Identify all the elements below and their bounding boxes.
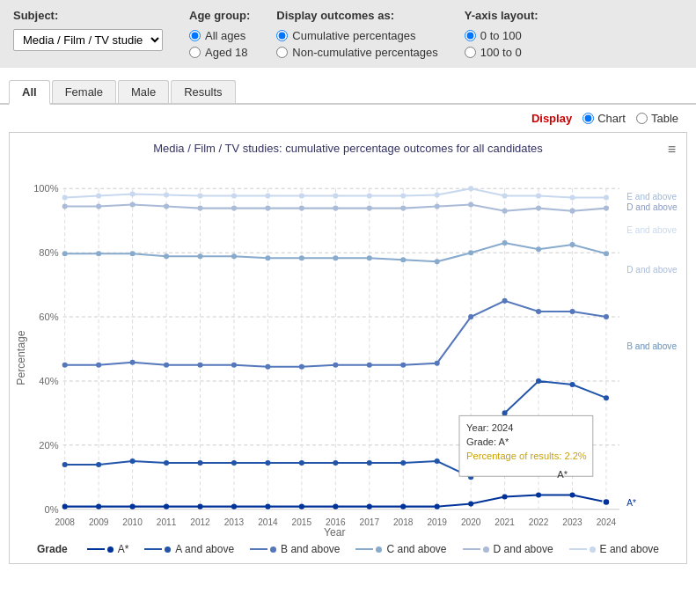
- y-100-0-radio[interactable]: [465, 47, 476, 58]
- svg-point-67: [130, 202, 136, 208]
- svg-text:2019: 2019: [427, 517, 447, 527]
- legend-grade-label: Grade: [37, 543, 68, 555]
- y-axis-label: Percentage: [15, 330, 27, 385]
- non-cumulative-option[interactable]: Non-cumulative percentages: [276, 46, 437, 59]
- svg-point-52: [231, 193, 237, 198]
- svg-point-111: [400, 363, 406, 368]
- cumulative-option[interactable]: Cumulative percentages: [276, 29, 437, 42]
- svg-text:B and above: B and above: [626, 341, 677, 351]
- svg-text:2017: 2017: [360, 517, 380, 527]
- svg-text:2014: 2014: [258, 517, 278, 527]
- y-0-100-option[interactable]: 0 to 100: [465, 29, 538, 42]
- legend-astar-label: A*: [118, 543, 129, 555]
- svg-point-75: [400, 206, 406, 211]
- age-group-label: Age group:: [189, 9, 250, 22]
- cumulative-radio[interactable]: [276, 30, 288, 41]
- svg-point-137: [130, 504, 136, 510]
- legend-item-b-above: B and above: [250, 543, 340, 555]
- svg-text:2010: 2010: [122, 517, 143, 527]
- svg-point-87: [197, 253, 202, 259]
- svg-point-124: [265, 460, 270, 466]
- age-18-option[interactable]: Aged 18: [189, 46, 250, 59]
- svg-point-112: [435, 361, 440, 366]
- svg-text:0%: 0%: [45, 504, 59, 515]
- svg-point-146: [435, 504, 440, 510]
- subject-select[interactable]: Media / Film / TV studies: [13, 29, 163, 51]
- svg-point-99: [604, 251, 609, 256]
- svg-point-70: [231, 206, 237, 211]
- svg-point-69: [197, 206, 202, 211]
- svg-point-92: [367, 255, 372, 260]
- y-0-100-radio[interactable]: [465, 30, 476, 41]
- svg-point-141: [265, 504, 270, 510]
- svg-text:Percentage of results: 2.2%: Percentage of results: 2.2%: [466, 451, 587, 461]
- legend-e-above-label: E and above: [600, 543, 659, 555]
- svg-point-119: [96, 462, 101, 467]
- svg-point-142: [299, 504, 304, 510]
- svg-point-103: [130, 360, 136, 365]
- svg-point-105: [197, 363, 202, 368]
- svg-point-110: [367, 363, 372, 368]
- svg-point-94: [435, 259, 440, 264]
- tab-male[interactable]: Male: [118, 80, 169, 103]
- svg-text:E and above: E and above: [626, 192, 677, 202]
- svg-point-143: [333, 504, 338, 510]
- svg-point-79: [536, 206, 541, 211]
- svg-point-125: [299, 460, 304, 466]
- tab-all[interactable]: All: [9, 80, 50, 105]
- svg-text:A*: A*: [557, 469, 568, 480]
- svg-point-73: [333, 206, 338, 211]
- svg-point-136: [96, 504, 101, 510]
- svg-point-78: [502, 209, 508, 214]
- svg-point-144: [367, 504, 372, 510]
- svg-point-120: [130, 458, 136, 464]
- display-label: Display: [531, 112, 572, 125]
- legend-area: Grade A* A and above B and above: [14, 543, 682, 555]
- age-all-option[interactable]: All ages: [189, 29, 250, 42]
- svg-point-97: [536, 246, 541, 252]
- tab-results[interactable]: Results: [171, 80, 235, 103]
- svg-point-56: [367, 193, 372, 198]
- table-option[interactable]: Table: [636, 112, 678, 125]
- svg-point-140: [231, 504, 237, 510]
- legend-a-above-label: A and above: [175, 543, 234, 555]
- svg-text:2015: 2015: [292, 517, 312, 527]
- y-100-0-option[interactable]: 100 to 0: [465, 46, 538, 59]
- svg-point-135: [62, 504, 68, 510]
- svg-point-118: [62, 462, 68, 467]
- svg-text:2022: 2022: [529, 517, 549, 527]
- svg-point-101: [62, 363, 68, 368]
- svg-point-114: [502, 298, 508, 304]
- svg-point-132: [536, 378, 541, 384]
- svg-point-138: [164, 504, 169, 510]
- table-radio[interactable]: [636, 113, 648, 124]
- tab-female[interactable]: Female: [52, 80, 116, 103]
- svg-text:60%: 60%: [39, 312, 58, 322]
- svg-point-57: [400, 193, 406, 198]
- svg-point-62: [569, 194, 575, 200]
- svg-point-47: [62, 194, 68, 200]
- chart-option[interactable]: Chart: [582, 112, 626, 125]
- age-18-radio[interactable]: [189, 47, 201, 58]
- svg-point-113: [468, 314, 473, 319]
- svg-point-91: [333, 255, 338, 260]
- svg-point-53: [265, 193, 270, 198]
- svg-text:Year: 2024: Year: 2024: [466, 422, 513, 433]
- svg-text:2012: 2012: [190, 517, 210, 527]
- svg-point-96: [502, 240, 508, 246]
- svg-point-89: [265, 255, 270, 260]
- non-cumulative-radio[interactable]: [276, 47, 288, 58]
- chart-svg: Percentage 100% 80% 60% 40% 20% 0%: [14, 162, 682, 536]
- display-options: Chart Table: [582, 112, 678, 125]
- chart-menu-icon[interactable]: ≡: [668, 142, 676, 158]
- svg-point-74: [367, 206, 372, 211]
- svg-point-139: [197, 504, 202, 510]
- svg-point-115: [536, 309, 541, 314]
- age-all-radio[interactable]: [189, 30, 201, 41]
- legend-d-above-label: D and above: [494, 543, 553, 555]
- svg-point-147: [468, 502, 473, 507]
- svg-point-68: [164, 204, 169, 209]
- chart-radio[interactable]: [582, 113, 594, 124]
- svg-point-109: [333, 363, 338, 368]
- svg-text:20%: 20%: [39, 440, 58, 451]
